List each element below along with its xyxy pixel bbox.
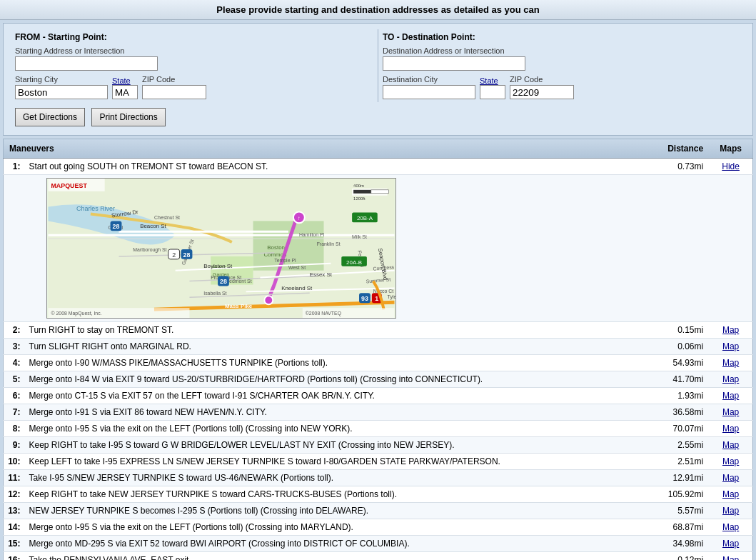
step-map-link[interactable]: Map (709, 486, 752, 503)
step-distance: 0.12mi (648, 552, 710, 561)
get-directions-button[interactable]: Get Directions (15, 108, 85, 126)
to-city-input[interactable] (383, 85, 475, 99)
svg-text:Franklin St: Franklin St (317, 241, 341, 246)
to-zip-wrap: ZIP Code (510, 75, 574, 99)
step-map-link[interactable]: Map (709, 339, 752, 355)
show-map-link[interactable]: Map (722, 555, 739, 560)
svg-text:20A-B: 20A-B (346, 259, 362, 266)
svg-text:Isabella St: Isabella St (203, 291, 226, 296)
step-description: Merge onto I-91 S via EXIT 86 toward NEW… (25, 404, 648, 421)
step-map-link[interactable]: Map (709, 371, 752, 388)
svg-text:400m: 400m (353, 184, 364, 188)
svg-text:Chestnut St: Chestnut St (154, 215, 180, 220)
step-map-link[interactable]: Map (709, 322, 752, 339)
to-state-link[interactable]: State (480, 76, 505, 85)
step-map-link[interactable]: Map (709, 519, 752, 536)
show-map-link[interactable]: Map (722, 407, 739, 417)
step-map-link[interactable]: Map (709, 503, 752, 519)
show-map-link[interactable]: Map (722, 506, 739, 516)
svg-text:1200ft: 1200ft (353, 196, 366, 201)
show-map-link[interactable]: Map (722, 489, 739, 499)
step-number: 5: (4, 371, 25, 388)
from-zip-input[interactable] (142, 85, 206, 99)
svg-text:Milk St: Milk St (352, 234, 367, 239)
step-map-link[interactable]: Map (709, 437, 752, 454)
step-number: 3: (4, 339, 25, 355)
buttons-row: Get Directions Print Directions (11, 102, 745, 129)
step-map-link[interactable]: Map (709, 552, 752, 561)
address-form: FROM - Starting Point: Starting Address … (11, 29, 745, 102)
svg-text:28: 28 (113, 223, 120, 230)
show-map-link[interactable]: Map (722, 522, 739, 532)
from-addr-label: Starting Address or Intersection (15, 46, 373, 55)
step-map-link[interactable]: Map (709, 470, 752, 486)
step-map-link[interactable]: Map (709, 388, 752, 404)
svg-text:Essex St: Essex St (310, 271, 333, 278)
to-addr-label: Destination Address or Intersection (383, 46, 741, 55)
svg-text:Charles River: Charles River (76, 205, 115, 212)
print-directions-button[interactable]: Print Directions (91, 108, 165, 126)
step-number: 15: (4, 536, 25, 552)
steps-body: 1:Start out going SOUTH on TREMONT ST to… (4, 159, 753, 561)
step-map-link[interactable]: Map (709, 404, 752, 421)
svg-text:Beacon St: Beacon St (140, 223, 166, 229)
show-map-link[interactable]: Map (722, 440, 739, 450)
table-row: 4:Merge onto I-90 W/MASS PIKE/MASSACHUSE… (4, 355, 753, 371)
from-state-link[interactable]: State (112, 76, 138, 85)
map-image: Charles River Boston Common Public Garde… (46, 178, 396, 319)
step-description: Start out going SOUTH on TREMONT ST towa… (25, 159, 648, 175)
svg-text:Marlborough St: Marlborough St (133, 247, 166, 253)
svg-text:93: 93 (361, 295, 368, 302)
step-number: 9: (4, 437, 25, 454)
show-map-link[interactable]: Map (722, 456, 739, 466)
step-number: 12: (4, 486, 25, 503)
step-distance: 12.91mi (648, 470, 710, 486)
hide-map-link[interactable]: Hide (722, 161, 740, 171)
step-map-link[interactable]: Map (709, 421, 752, 437)
step-map-link[interactable]: Map (709, 536, 752, 552)
step-map-link[interactable]: Map (709, 454, 752, 470)
svg-point-61 (264, 296, 273, 304)
table-row: 9:Keep RIGHT to take I-95 S toward G W B… (4, 437, 753, 454)
step-map-link[interactable]: Map (709, 355, 752, 371)
table-row: 13:NEW JERSEY TURNPIKE S becomes I-295 S… (4, 503, 753, 519)
directions-table: Maneuvers Distance Maps 1:Start out goin… (3, 139, 753, 560)
map-cell: Charles River Boston Common Public Garde… (4, 175, 753, 322)
step-distance: 70.07mi (648, 421, 710, 437)
step-distance: 105.92mi (648, 486, 710, 503)
from-city-input[interactable] (15, 85, 108, 99)
from-city-wrap: Starting City (15, 75, 108, 99)
to-city-label: Destination City (383, 75, 475, 84)
map-container: Charles River Boston Common Public Garde… (46, 178, 752, 319)
table-row: 14:Merge onto I-95 S via the exit on the… (4, 519, 753, 536)
from-label: FROM - Starting Point: (15, 32, 373, 42)
svg-text:Tyler St: Tyler St (388, 294, 395, 300)
show-map-link[interactable]: Map (722, 374, 739, 384)
show-map-link[interactable]: Map (722, 391, 739, 401)
step-number: 2: (4, 322, 25, 339)
show-map-link[interactable]: Map (722, 473, 739, 483)
step-description: Merge onto I-95 S via the exit on the LE… (25, 519, 648, 536)
step-distance: 2.55mi (648, 437, 710, 454)
to-state-input[interactable] (480, 85, 505, 99)
from-state-input[interactable] (112, 85, 138, 99)
from-address-input[interactable] (15, 56, 158, 71)
step-distance: 0.06mi (648, 339, 710, 355)
to-address-input[interactable] (383, 56, 525, 71)
step-distance: 68.87mi (648, 519, 710, 536)
show-map-link[interactable]: Map (722, 424, 739, 434)
svg-text:28: 28 (183, 251, 191, 259)
to-zip-input[interactable] (510, 85, 574, 99)
svg-text:20B-A: 20B-A (357, 215, 373, 221)
show-map-link[interactable]: Map (722, 325, 739, 335)
show-map-link[interactable]: Map (722, 341, 739, 351)
step-map-link[interactable]: Hide (709, 159, 752, 175)
show-map-link[interactable]: Map (722, 539, 739, 549)
show-map-link[interactable]: Map (722, 358, 739, 368)
step-number: 14: (4, 519, 25, 536)
step-description: Turn RIGHT to stay on TREMONT ST. (25, 322, 648, 339)
step-distance: 5.57mi (648, 503, 710, 519)
svg-text:↑: ↑ (298, 215, 301, 221)
step-description: Merge onto I-90 W/MASS PIKE/MASSACHUSETT… (25, 355, 648, 371)
svg-text:28: 28 (220, 278, 227, 285)
